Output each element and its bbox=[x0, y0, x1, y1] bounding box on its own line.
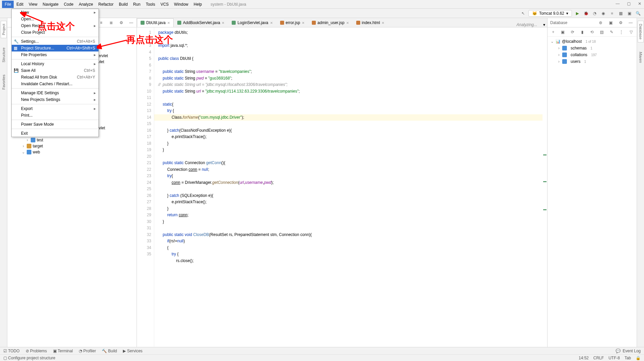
menu-item-print-[interactable]: Print... bbox=[12, 112, 98, 119]
analyzing-label: Analyzing... bbox=[512, 22, 541, 27]
status-tab[interactable]: Tab bbox=[625, 356, 631, 360]
menu-item-settings-[interactable]: 🔧Settings...Ctrl+Alt+S bbox=[12, 38, 98, 45]
status-text: ▢ Configure project structure bbox=[3, 356, 55, 360]
collapse-icon[interactable]: ≣ bbox=[108, 19, 115, 26]
stop-icon[interactable]: ■ bbox=[609, 10, 615, 17]
tree-item[interactable]: ›target bbox=[7, 143, 137, 149]
menu-vcs[interactable]: VCS bbox=[158, 1, 172, 8]
close-icon[interactable]: ✕ bbox=[638, 1, 641, 6]
menu-refactor[interactable]: Refactor bbox=[96, 1, 116, 8]
tab-todo[interactable]: ☑ TODO bbox=[3, 349, 20, 353]
close-tab-icon[interactable]: ✕ bbox=[346, 21, 349, 25]
menu-item-reload-all-from-disk[interactable]: Reload All from DiskCtrl+Alt+Y bbox=[12, 74, 98, 81]
close-tab-icon[interactable]: ✕ bbox=[270, 21, 273, 25]
event-log[interactable]: 💬 Event Log bbox=[616, 349, 641, 353]
menu-item-open-recent[interactable]: Open Recent▸ bbox=[12, 22, 98, 29]
structure-icon[interactable]: ▦ bbox=[617, 10, 624, 17]
editor-tab[interactable]: DbUtil.java✕ bbox=[137, 18, 174, 27]
tab-build-bottom[interactable]: 🔨 Build bbox=[102, 349, 117, 353]
menu-item-save-all[interactable]: 💾Save AllCtrl+S bbox=[12, 67, 98, 74]
close-tab-icon[interactable]: ✕ bbox=[167, 21, 170, 25]
menu-item-invalidate-caches-restart-[interactable]: Invalidate Caches / Restart... bbox=[12, 81, 98, 87]
tab-profiler[interactable]: ◔ Profiler bbox=[79, 349, 96, 353]
menu-item-manage-ide-settings[interactable]: Manage IDE Settings▸ bbox=[12, 90, 98, 96]
hide-icon[interactable]: — bbox=[627, 19, 634, 26]
tab-maven[interactable]: Maven bbox=[638, 49, 643, 66]
more-icon[interactable]: ⋮ bbox=[619, 29, 624, 35]
menu-item-power-save-mode[interactable]: Power Save Mode bbox=[12, 121, 98, 128]
menu-file[interactable]: File bbox=[2, 1, 14, 8]
edit-icon[interactable]: ✎ bbox=[609, 29, 614, 35]
menu-build[interactable]: Build bbox=[116, 1, 131, 8]
code-area[interactable]: package dbUtils; import java.sql.*; publ… bbox=[154, 27, 543, 347]
db-target-icon[interactable]: ⊚ bbox=[597, 19, 604, 26]
refresh-icon[interactable]: ⟳ bbox=[570, 29, 575, 35]
coverage-icon[interactable]: ◔ bbox=[591, 10, 598, 17]
status-crlf[interactable]: CRLF bbox=[593, 356, 604, 360]
tab-services[interactable]: ▶ Services bbox=[123, 349, 142, 353]
tab-terminal[interactable]: ▣ Terminal bbox=[53, 349, 73, 353]
menu-item-file-properties[interactable]: File Properties▸ bbox=[12, 51, 98, 58]
add-icon[interactable]: ＋ bbox=[550, 29, 556, 35]
menu-analyze[interactable]: Analyze bbox=[76, 1, 96, 8]
editor-tab[interactable]: index.html✕ bbox=[353, 18, 388, 27]
console-icon[interactable]: ▤ bbox=[599, 29, 605, 35]
tab-problems[interactable]: ⊘ Problems bbox=[26, 349, 47, 353]
db-dock-icon[interactable]: ▣ bbox=[607, 19, 614, 26]
profile-icon[interactable]: ◉ bbox=[600, 10, 607, 17]
editor-tab[interactable]: AddBookServlet.java✕ bbox=[174, 18, 228, 27]
maximize-icon[interactable]: ▢ bbox=[627, 1, 631, 6]
minimize-icon[interactable]: — bbox=[616, 1, 620, 6]
db-collations[interactable]: › collations 197 bbox=[550, 51, 634, 58]
rollback-icon[interactable]: ⟲ bbox=[589, 29, 595, 35]
gear-icon[interactable]: ⚙ bbox=[617, 19, 624, 26]
menu-view[interactable]: View bbox=[26, 1, 40, 8]
tree-item[interactable]: ⌄web bbox=[7, 149, 137, 155]
line-gutter: 1234567891011121314151617181920212223242… bbox=[137, 27, 154, 347]
menu-item-export[interactable]: Export▸ bbox=[12, 105, 98, 112]
editor-tab[interactable]: LoginServlet.java✕ bbox=[228, 18, 276, 27]
chevron-down-icon[interactable]: ▾ bbox=[541, 22, 547, 27]
actions-icon[interactable]: ▣ bbox=[626, 10, 633, 17]
close-tab-icon[interactable]: ✕ bbox=[382, 21, 384, 25]
close-tab-icon[interactable]: ✕ bbox=[302, 21, 304, 25]
db-users[interactable]: › users 1 bbox=[550, 58, 634, 65]
menu-item-close-project[interactable]: Close Project bbox=[12, 29, 98, 36]
tab-structure[interactable]: Structure bbox=[1, 45, 6, 65]
debug-icon[interactable]: 🐞 bbox=[583, 10, 589, 17]
menu-run[interactable]: Run bbox=[131, 1, 143, 8]
menu-item-open-[interactable]: Open... bbox=[12, 16, 98, 22]
run-icon[interactable]: ▶ bbox=[574, 10, 581, 17]
db-schemas[interactable]: › schemas 1 bbox=[550, 45, 634, 51]
gear-icon[interactable]: ⚙ bbox=[118, 19, 125, 26]
menu-item-local-history[interactable]: Local History▸ bbox=[12, 61, 98, 67]
menu-item-new-projects-settings[interactable]: New Projects Settings▸ bbox=[12, 96, 98, 103]
editor-tab[interactable]: admin_user.jsp✕ bbox=[308, 18, 353, 27]
menu-code[interactable]: Code bbox=[61, 1, 76, 8]
tab-project[interactable]: Project bbox=[1, 21, 7, 38]
menu-window[interactable]: Window bbox=[171, 1, 191, 8]
status-encoding[interactable]: UTF-8 bbox=[609, 356, 620, 360]
menu-item-project-structure-[interactable]: ▦Project Structure...Ctrl+Alt+Shift+S bbox=[12, 45, 98, 51]
back-icon[interactable]: ↖ bbox=[520, 10, 526, 17]
duplicate-icon[interactable]: ▣ bbox=[560, 29, 566, 35]
menu-tools[interactable]: Tools bbox=[143, 1, 158, 8]
tab-database[interactable]: Database bbox=[638, 21, 644, 42]
status-bar: ▢ Configure project structure 14:52 CRLF… bbox=[0, 354, 644, 361]
search-icon[interactable]: 🔍 bbox=[635, 10, 641, 17]
stop-icon[interactable]: ▮ bbox=[580, 29, 585, 35]
menu-item-new[interactable]: New▸ bbox=[12, 9, 98, 16]
expand-icon[interactable]: ≡ bbox=[98, 19, 104, 26]
menu-navigate[interactable]: Navigate bbox=[40, 1, 61, 8]
hide-icon[interactable]: — bbox=[128, 19, 135, 26]
menu-edit[interactable]: Edit bbox=[14, 1, 26, 8]
close-tab-icon[interactable]: ✕ bbox=[222, 21, 224, 25]
tree-item[interactable]: ›test bbox=[7, 137, 137, 143]
menu-item-exit[interactable]: Exit bbox=[12, 130, 98, 137]
db-root[interactable]: ⌄📊 @localhost 1 of 18 bbox=[550, 38, 634, 45]
tab-favorites[interactable]: Favorites bbox=[1, 72, 6, 92]
run-config-selector[interactable]: 🐱 Tomcat 9.0.62 ▾ bbox=[528, 10, 572, 17]
filter-icon[interactable]: ▽ bbox=[628, 29, 634, 35]
editor-tab[interactable]: error.jsp✕ bbox=[276, 18, 308, 27]
menu-help[interactable]: Help bbox=[191, 1, 205, 8]
